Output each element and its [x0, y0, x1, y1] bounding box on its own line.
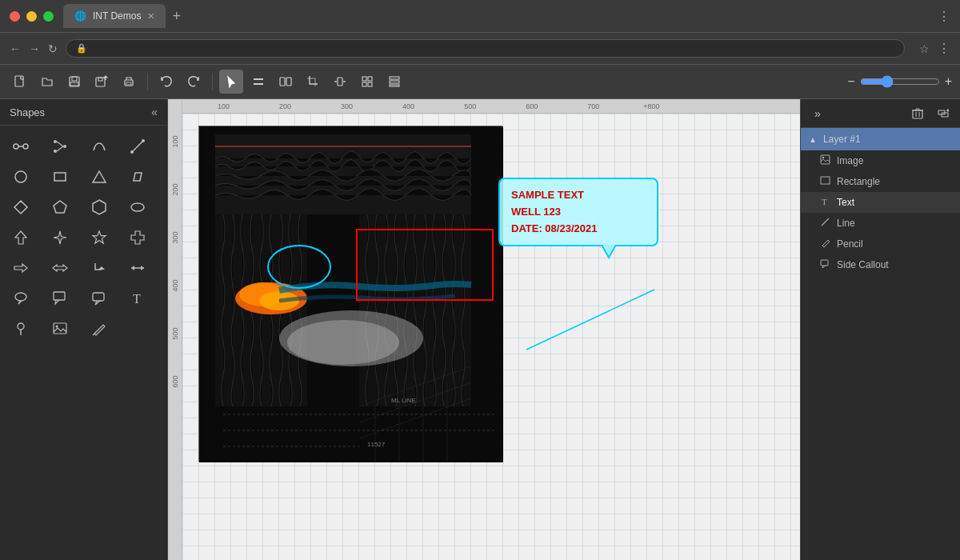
- arrow-up-shape-icon[interactable]: [6, 223, 35, 252]
- delete-layer-button[interactable]: [907, 103, 928, 124]
- layer-item-side-callout[interactable]: Side Callout: [801, 254, 960, 275]
- image-layer-icon: [820, 154, 830, 167]
- pencil-layer-label: Pencil: [837, 238, 863, 250]
- canvas-area[interactable]: 100 200 300 400 500 600 700 +800 100 200…: [168, 99, 800, 560]
- trim-tool-button[interactable]: [328, 70, 352, 94]
- pencil-shape-icon[interactable]: [85, 314, 114, 343]
- parallelogram-shape-icon[interactable]: [123, 162, 152, 191]
- new-tab-button[interactable]: +: [172, 8, 181, 25]
- svg-marker-45: [14, 264, 27, 272]
- cross-shape-icon[interactable]: [123, 223, 152, 252]
- svg-point-26: [63, 145, 66, 148]
- diamond-shape-icon[interactable]: [6, 193, 35, 222]
- double-arrow-shape-icon[interactable]: [123, 254, 152, 282]
- crop-tool-button[interactable]: [301, 70, 325, 94]
- new-file-button[interactable]: [8, 70, 32, 94]
- callout-box[interactable]: SAMPLE TEXT WELL 123 DATE: 08/23/2021: [498, 178, 658, 246]
- svg-point-69: [287, 320, 399, 365]
- layer-item-image[interactable]: Image: [801, 150, 960, 171]
- arrow-right-shape-icon[interactable]: [6, 254, 35, 282]
- svg-line-28: [57, 142, 63, 146]
- cyan-ellipse-overlay[interactable]: [267, 245, 331, 289]
- svg-point-23: [23, 144, 28, 149]
- svg-point-33: [15, 171, 26, 182]
- select-tool-button[interactable]: [219, 70, 243, 94]
- branch-icon[interactable]: [46, 132, 74, 161]
- layer-item-text[interactable]: T Text: [801, 192, 960, 213]
- layer-item-pencil[interactable]: Pencil: [801, 234, 960, 254]
- layer-item-line[interactable]: Line: [801, 213, 960, 234]
- tab-close-button[interactable]: ✕: [147, 11, 154, 22]
- tab-icon: 🌐: [74, 10, 86, 22]
- triangle-shape-icon[interactable]: [85, 162, 114, 191]
- oval-shape-icon[interactable]: [123, 193, 152, 222]
- back-button[interactable]: ←: [10, 42, 21, 55]
- callout-line2: WELL 123: [511, 206, 561, 218]
- open-button[interactable]: [35, 70, 59, 94]
- image-shape-icon[interactable]: [46, 314, 74, 343]
- curve-icon[interactable]: [85, 132, 114, 161]
- arrow-both-shape-icon[interactable]: [46, 254, 74, 282]
- save-button[interactable]: [62, 70, 86, 94]
- split-tool-button[interactable]: [274, 70, 298, 94]
- svg-marker-37: [14, 201, 27, 214]
- svg-marker-49: [131, 266, 134, 270]
- pentagon-shape-icon[interactable]: [46, 193, 74, 222]
- svg-rect-2: [72, 77, 77, 81]
- svg-point-51: [15, 293, 26, 301]
- address-bar[interactable]: 🔒: [66, 39, 905, 58]
- reload-button[interactable]: ↻: [48, 42, 58, 55]
- svg-rect-12: [338, 78, 342, 86]
- zoom-out-button[interactable]: −: [847, 74, 854, 89]
- line-layer-icon: [820, 217, 830, 230]
- zoom-in-button[interactable]: +: [945, 74, 952, 89]
- callout-tail-inner: [602, 245, 615, 256]
- expand-layers-button[interactable]: »: [807, 103, 828, 124]
- hexagon-shape-icon[interactable]: [85, 193, 114, 222]
- speech-circle-icon[interactable]: [6, 284, 35, 313]
- layer-item-rectangle[interactable]: Rectangle: [801, 171, 960, 192]
- print-button[interactable]: [117, 70, 141, 94]
- line-icon[interactable]: [123, 132, 152, 161]
- bookmark-icon[interactable]: ☆: [919, 42, 930, 55]
- callout-bubble-icon[interactable]: [85, 284, 114, 313]
- text-shape-icon[interactable]: T: [123, 284, 152, 313]
- collapse-shapes-button[interactable]: «: [151, 106, 158, 118]
- svg-marker-46: [53, 265, 67, 271]
- svg-rect-3: [70, 82, 78, 86]
- traffic-lights: [10, 11, 54, 22]
- corner-arrow-shape-icon[interactable]: [85, 254, 114, 282]
- add-layer-button[interactable]: [933, 103, 954, 124]
- svg-point-31: [130, 150, 134, 154]
- circle-shape-icon[interactable]: [6, 162, 35, 191]
- star-shape-icon[interactable]: [85, 223, 114, 252]
- svg-rect-96: [821, 260, 828, 266]
- close-button[interactable]: [10, 11, 20, 22]
- node-connect-icon[interactable]: [6, 132, 35, 161]
- browser-options-icon[interactable]: ⋮: [938, 41, 950, 56]
- line-layer-label: Line: [837, 218, 855, 229]
- pin-shape-icon[interactable]: [6, 314, 35, 343]
- svg-point-22: [14, 144, 18, 149]
- align-tool-button[interactable]: [246, 70, 270, 94]
- grid-tool-button[interactable]: [355, 70, 379, 94]
- rect-shape-icon[interactable]: [46, 162, 74, 191]
- minimize-button[interactable]: [26, 11, 37, 22]
- forward-button[interactable]: →: [29, 42, 40, 55]
- layout-tool-button[interactable]: [382, 70, 406, 94]
- layer-1-header[interactable]: ▲ Layer #1: [801, 128, 960, 150]
- active-tab[interactable]: 🌐 INT Demos ✕: [63, 4, 166, 28]
- undo-button[interactable]: [154, 70, 178, 94]
- redo-button[interactable]: [182, 70, 206, 94]
- browser-menu-icon[interactable]: ⋮: [938, 9, 950, 24]
- star4-shape-icon[interactable]: [46, 223, 74, 252]
- maximize-button[interactable]: [43, 11, 54, 22]
- canvas-content[interactable]: ML LINE 11527 SAMPLE TEXT WELL 123 DATE:…: [182, 114, 800, 560]
- save-as-button[interactable]: [90, 70, 114, 94]
- svg-marker-44: [131, 231, 144, 244]
- callout-rect-icon[interactable]: [46, 284, 74, 313]
- svg-marker-39: [93, 200, 106, 214]
- zoom-slider[interactable]: [860, 75, 940, 88]
- svg-point-58: [55, 326, 58, 328]
- red-rectangle-overlay[interactable]: [356, 229, 494, 301]
